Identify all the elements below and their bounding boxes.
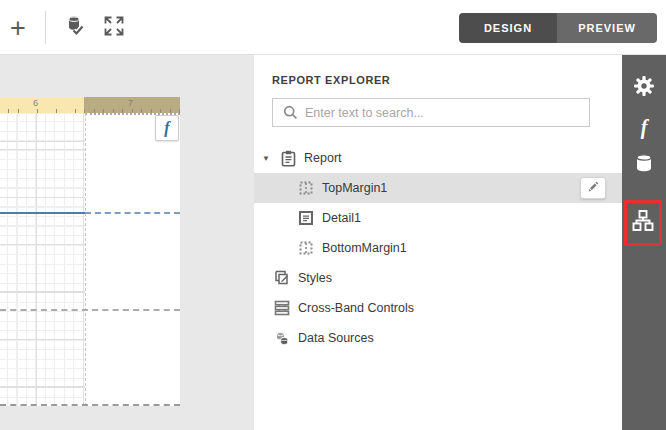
right-sidebar-toolbar: f [622, 55, 666, 430]
toolbar-separator [45, 11, 46, 44]
detail-band-icon [298, 211, 314, 225]
ruler-number: 7 [128, 98, 133, 108]
report-icon [280, 150, 296, 167]
tab-design[interactable]: DESIGN [459, 13, 557, 43]
fullscreen-button[interactable] [100, 14, 128, 42]
database-icon [633, 152, 655, 178]
band-boundary-line[interactable] [0, 212, 85, 214]
tree-item-label: Detail1 [322, 211, 361, 225]
report-explorer-tree: ▼ Report TopMargin1 [254, 143, 622, 353]
tree-item-label: Data Sources [298, 331, 374, 345]
tree-item-label: Styles [298, 271, 332, 285]
search-input[interactable] [305, 106, 589, 120]
top-toolbar: + DESIGN PREVIEW [0, 0, 666, 55]
report-explorer-panel: REPORT EXPLORER ▼ Report [254, 55, 622, 430]
tree-item-styles[interactable]: Styles [254, 263, 622, 293]
plus-icon: + [10, 14, 26, 42]
report-design-surface[interactable]: f [0, 113, 180, 406]
tree-item-report[interactable]: ▼ Report [254, 143, 622, 173]
tree-item-label: TopMargin1 [322, 181, 387, 195]
page-margin-area [85, 113, 180, 406]
tree-item-data-sources[interactable]: Data Sources [254, 323, 622, 353]
tab-preview[interactable]: PREVIEW [557, 13, 657, 43]
tree-item-topmargin[interactable]: TopMargin1 [254, 173, 622, 203]
field-list-button[interactable] [622, 146, 666, 184]
expression-smart-tag-button[interactable]: f [155, 115, 179, 141]
panel-title: REPORT EXPLORER [272, 74, 390, 86]
tree-item-label: BottomMargin1 [322, 241, 407, 255]
validate-data-source-button[interactable] [60, 14, 88, 42]
report-explorer-icon [631, 209, 655, 237]
gear-icon [632, 74, 656, 102]
margin-band-icon [298, 181, 314, 195]
tree-item-label: Report [304, 151, 342, 165]
pencil-icon [587, 181, 599, 196]
database-check-icon [61, 13, 87, 43]
design-grid [0, 113, 85, 406]
band-boundary-line-dashed [85, 212, 180, 214]
cross-band-icon [274, 300, 290, 316]
data-sources-icon [274, 330, 290, 346]
search-box[interactable] [272, 98, 590, 127]
tree-item-label: Cross-Band Controls [298, 301, 414, 315]
fx-icon: f [164, 119, 169, 137]
edit-band-button[interactable] [580, 177, 606, 199]
properties-button[interactable] [622, 69, 666, 107]
add-control-button[interactable]: + [4, 14, 32, 42]
search-icon [283, 105, 298, 120]
design-preview-switch: DESIGN PREVIEW [459, 13, 657, 43]
function-icon: f [641, 116, 648, 139]
tree-item-detail[interactable]: Detail1 [254, 203, 622, 233]
band-separator-dashed [0, 309, 180, 311]
margin-band-icon [298, 241, 314, 255]
page-bottom-dashed-edge [0, 404, 180, 406]
report-explorer-button-highlight[interactable] [624, 200, 662, 246]
expressions-button[interactable]: f [622, 108, 666, 146]
ruler-number: 6 [33, 98, 38, 108]
tree-item-cross-band-controls[interactable]: Cross-Band Controls [254, 293, 622, 323]
horizontal-ruler: 6 7 [0, 97, 180, 113]
expand-arrows-icon [102, 14, 126, 42]
tree-item-bottommargin[interactable]: BottomMargin1 [254, 233, 622, 263]
collapse-expander-icon[interactable]: ▼ [262, 154, 274, 163]
styles-icon [274, 270, 290, 286]
